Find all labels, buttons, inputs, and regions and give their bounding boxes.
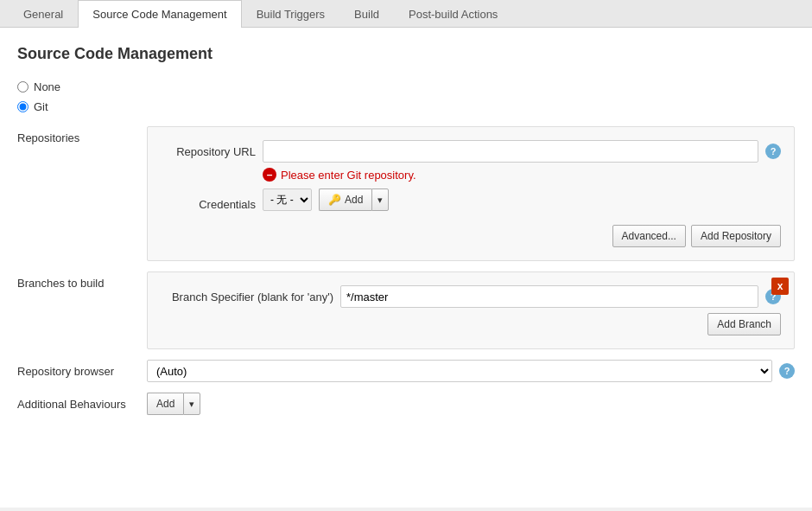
branch-specifier-input[interactable] <box>340 285 758 308</box>
branches-close-button[interactable]: x <box>771 278 789 295</box>
tab-build-triggers[interactable]: Build Triggers <box>242 0 339 28</box>
branch-action-buttons: Add Branch <box>161 313 781 335</box>
page-title: Source Code Management <box>17 45 795 63</box>
credentials-label: Credentials <box>161 198 256 211</box>
credentials-select[interactable]: - 无 - <box>263 188 312 211</box>
repo-url-help-icon[interactable]: ? <box>765 144 781 159</box>
main-content: Source Code Management None Git Reposito… <box>0 28 812 508</box>
tab-general[interactable]: General <box>9 0 78 28</box>
additional-behaviours-content: Add ▾ <box>147 393 795 415</box>
key-icon: 🔑 <box>328 194 341 206</box>
branches-content: x Branch Specifier (blank for 'any') ? A… <box>147 271 795 349</box>
repo-url-label: Repository URL <box>161 145 256 158</box>
add-branch-button[interactable]: Add Branch <box>707 313 781 335</box>
error-circle-icon: – <box>263 168 276 182</box>
tabs-bar: General Source Code Management Build Tri… <box>0 0 812 28</box>
branch-specifier-row: Branch Specifier (blank for 'any') ? <box>161 285 781 308</box>
advanced-button[interactable]: Advanced... <box>612 225 686 247</box>
add-repository-button[interactable]: Add Repository <box>691 225 781 247</box>
tab-build[interactable]: Build <box>339 0 394 28</box>
repo-browser-content: (Auto) ? <box>147 360 795 382</box>
scm-options: None Git <box>17 80 795 113</box>
additional-behaviours-label: Additional Behaviours <box>17 393 147 411</box>
repo-url-input[interactable] <box>263 140 758 163</box>
repo-browser-section: Repository browser (Auto) ? <box>17 360 795 382</box>
scm-none-radio[interactable] <box>17 81 29 93</box>
branches-box: x Branch Specifier (blank for 'any') ? A… <box>147 271 795 349</box>
additional-behaviours-add-arrow[interactable]: ▾ <box>183 393 200 415</box>
scm-git-label: Git <box>34 100 48 113</box>
additional-behaviours-add-group: Add ▾ <box>147 393 200 415</box>
credentials-add-dropdown: 🔑 Add ▾ <box>319 188 389 211</box>
branches-label: Branches to build <box>17 271 147 290</box>
credentials-row: Credentials - 无 - 🔑 Add ▾ <box>161 188 781 220</box>
repo-url-row: Repository URL ? <box>161 140 781 163</box>
additional-behaviours-add-button[interactable]: Add <box>147 393 183 415</box>
repositories-box: Repository URL ? – Please enter Git repo… <box>147 126 795 261</box>
tab-source-code-management[interactable]: Source Code Management <box>78 0 241 28</box>
credentials-add-arrow[interactable]: ▾ <box>371 188 389 211</box>
scm-git-radio[interactable] <box>17 101 29 112</box>
credentials-controls: - 无 - 🔑 Add ▾ <box>263 188 389 211</box>
repo-action-buttons: Advanced... Add Repository <box>161 225 781 247</box>
chevron-down-icon: ▾ <box>377 195 383 206</box>
repo-url-error-row: – Please enter Git repository. <box>263 168 781 182</box>
branches-section: Branches to build x Branch Specifier (bl… <box>17 271 795 349</box>
scm-git-option[interactable]: Git <box>17 100 795 113</box>
credentials-add-button[interactable]: 🔑 Add <box>319 188 371 211</box>
tab-post-build-actions[interactable]: Post-build Actions <box>394 0 512 28</box>
repo-browser-label: Repository browser <box>17 360 147 378</box>
repo-url-error-message: Please enter Git repository. <box>281 169 416 182</box>
branch-specifier-label: Branch Specifier (blank for 'any') <box>161 291 333 303</box>
repo-browser-select[interactable]: (Auto) <box>147 360 772 382</box>
credentials-add-label: Add <box>345 194 363 206</box>
repo-browser-help-icon[interactable]: ? <box>779 363 795 379</box>
scm-none-option[interactable]: None <box>17 80 795 93</box>
repositories-section: Repositories Repository URL ? – Please e… <box>17 126 795 261</box>
scm-none-label: None <box>34 80 60 93</box>
repositories-label: Repositories <box>17 126 147 144</box>
repositories-content: Repository URL ? – Please enter Git repo… <box>147 126 795 261</box>
additional-behaviours-section: Additional Behaviours Add ▾ <box>17 393 795 415</box>
